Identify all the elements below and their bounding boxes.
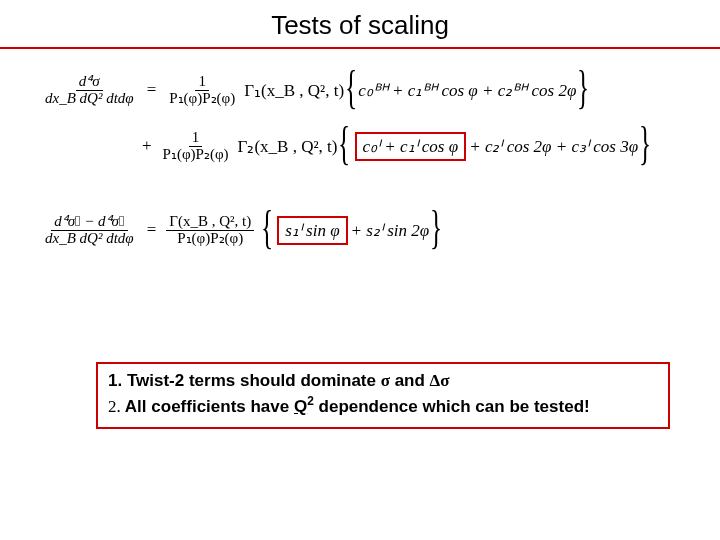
one-2: 1 [189,130,203,147]
eq-row-1: d⁴σ dx_B dQ² dtdφ = 1 P₁(φ)P₂(φ) Γ₁(x_B … [42,67,690,113]
equals-2: = [147,220,157,240]
note1-text-a: 1. Twist-2 terms should dominate [108,371,381,390]
note-line-1: 1. Twist-2 terms should dominate σ and Δ… [108,370,658,393]
one-1: 1 [195,74,209,91]
note2-text-b: All coefficients have [121,397,294,416]
equation-block: d⁴σ dx_B dQ² dtdφ = 1 P₁(φ)P₂(φ) Γ₁(x_B … [0,49,720,273]
lhs-fraction-2: d⁴σ⃗ − d⁴σ⃖ dx_B dQ² dtdφ [42,214,137,247]
gamma2: Γ₂(x_B , Q², t) [238,136,338,157]
propagator-frac-2: 1 P₁(φ)P₂(φ) [160,130,232,163]
prop-1: P₁(φ)P₂(φ) [166,91,238,107]
gamma-frac: Γ(x_B , Q², t) P₁(φ)P₂(φ) [166,214,254,247]
lhs-fraction-1: d⁴σ dx_B dQ² dtdφ [42,74,137,107]
gamma-num: Γ(x_B , Q², t) [166,214,254,231]
interference-highlight: c₀ᴵ + c₁ᴵ cos φ [355,132,467,161]
s-rest-terms: + s₂ᴵ sin 2φ [351,220,430,241]
note2-sup: 2 [307,394,314,408]
brace-open-2: { [338,128,350,160]
note2-num: 2. [108,397,121,416]
equals-1: = [147,80,157,100]
brace-open-3: { [261,212,273,244]
lhs1-num: d⁴σ [79,73,100,89]
brace-open-1: { [345,72,357,104]
propagator-frac-1: 1 P₁(φ)P₂(φ) [166,74,238,107]
note2-q: Q [294,397,307,416]
note1-delta-sigma: Δσ [430,371,450,390]
prop-2: P₁(φ)P₂(φ) [160,147,232,163]
i-rest-terms: + c₂ᴵ cos 2φ + c₃ᴵ cos 3φ [469,136,638,157]
lhs2-num: d⁴σ⃗ − d⁴σ⃖ [54,213,124,229]
plus-cont: + [142,136,152,156]
brace-close-1: } [577,72,589,104]
i-box-terms: c₀ᴵ + c₁ᴵ cos φ [363,136,459,157]
prop-3: P₁(φ)P₂(φ) [174,231,246,247]
page-title: Tests of scaling [0,0,720,47]
notes-box: 1. Twist-2 terms should dominate σ and Δ… [96,362,670,429]
brace-close-2: } [639,128,651,160]
note1-sigma: σ [381,371,390,390]
sin-highlight: s₁ᴵ sin φ [277,216,347,245]
bh-terms: c₀ᴮᴴ + c₁ᴮᴴ cos φ + c₂ᴮᴴ cos 2φ [358,80,576,101]
brace-close-3: } [430,212,442,244]
gamma1: Γ₁(x_B , Q², t) [244,80,344,101]
note-line-2: 2. All coefficients have Q2 dependence w… [108,393,658,419]
note2-text-c: dependence which can be tested! [314,397,590,416]
note1-and: and [390,371,430,390]
eq-row-2: + 1 P₁(φ)P₂(φ) Γ₂(x_B , Q², t) { c₀ᴵ + c… [42,123,690,169]
lhs1-den: dx_B dQ² dtdφ [45,90,134,106]
s-box-terms: s₁ᴵ sin φ [285,220,339,241]
lhs2-den: dx_B dQ² dtdφ [45,230,134,246]
eq-row-3: d⁴σ⃗ − d⁴σ⃖ dx_B dQ² dtdφ = Γ(x_B , Q², … [42,207,690,253]
